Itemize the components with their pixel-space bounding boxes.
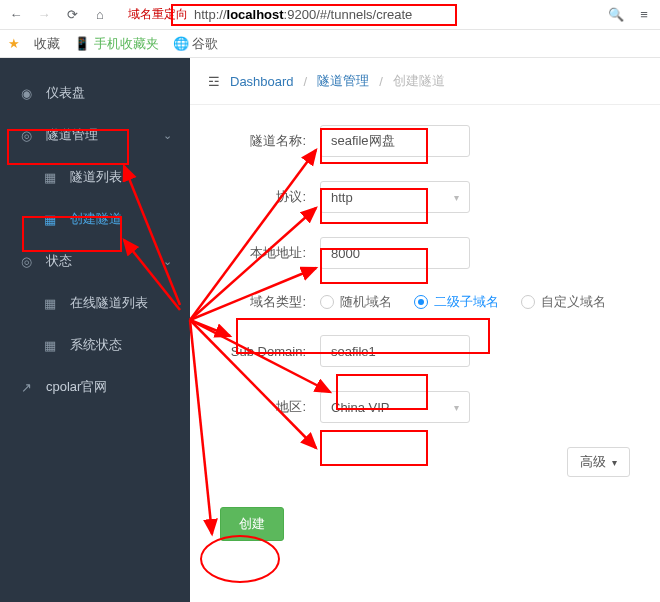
radio-custom-domain[interactable]: 自定义域名: [521, 293, 606, 311]
submit-button[interactable]: 创建: [220, 507, 284, 541]
sidebar-item-label: 状态: [46, 252, 72, 270]
dashboard-icon: ◉: [18, 86, 34, 101]
home-icon[interactable]: ⌂: [92, 7, 108, 23]
sidebar-item-sys-status[interactable]: ▦ 系统状态: [0, 324, 190, 366]
crumb-dashboard[interactable]: Dashboard: [230, 74, 294, 89]
sidebar-item-tunnel-mgmt[interactable]: ◎ 隧道管理 ⌄: [0, 114, 190, 156]
tunnel-name-input[interactable]: [320, 125, 470, 157]
chevron-down-icon: ⌄: [163, 129, 172, 142]
status-icon: ◎: [18, 254, 34, 269]
redirect-badge: 域名重定向: [128, 6, 188, 23]
bookmark-fav[interactable]: 收藏: [34, 35, 60, 53]
list-icon: ▦: [42, 338, 58, 353]
bookmark-mobile[interactable]: 📱 手机收藏夹: [74, 35, 159, 53]
chevron-down-icon: ▾: [454, 402, 459, 413]
sidebar-item-label: 仪表盘: [46, 84, 85, 102]
protocol-select[interactable]: http ▾: [320, 181, 470, 213]
back-icon[interactable]: ←: [8, 7, 24, 23]
region-select[interactable]: China VIP ▾: [320, 391, 470, 423]
sidebar-item-create-tunnel[interactable]: ▦ 创建隧道: [0, 198, 190, 240]
sub-domain-input[interactable]: [320, 335, 470, 367]
menu-icon[interactable]: ≡: [636, 7, 652, 23]
search-icon[interactable]: 🔍: [608, 7, 624, 23]
protocol-value: http: [331, 190, 353, 205]
chevron-down-icon: ⌄: [163, 255, 172, 268]
local-addr-input[interactable]: [320, 237, 470, 269]
list-icon: ▦: [42, 170, 58, 185]
tunnel-icon: ◎: [18, 128, 34, 143]
sidebar-item-status[interactable]: ◎ 状态 ⌄: [0, 240, 190, 282]
create-icon: ▦: [42, 212, 58, 227]
sidebar-item-label: 隧道管理: [46, 126, 98, 144]
external-link-icon: ↗: [18, 380, 34, 395]
chevron-down-icon: ▾: [454, 192, 459, 203]
forward-icon[interactable]: →: [36, 7, 52, 23]
address-bar[interactable]: 域名重定向 http://localhost:9200/#/tunnels/cr…: [120, 3, 596, 27]
url-text: http://localhost:9200/#/tunnels/create: [194, 7, 412, 22]
list-icon: ▦: [42, 296, 58, 311]
sidebar-item-label: 系统状态: [70, 336, 122, 354]
star-icon: ★: [8, 36, 20, 51]
bookmark-google[interactable]: 🌐 谷歌: [173, 35, 219, 53]
label-tunnel-name: 隧道名称:: [200, 132, 320, 150]
sidebar-item-online-list[interactable]: ▦ 在线隧道列表: [0, 282, 190, 324]
radio-second-domain[interactable]: 二级子域名: [414, 293, 499, 311]
crumb-sep: /: [379, 74, 383, 89]
breadcrumb: ☲ Dashboard / 隧道管理 / 创建隧道: [190, 58, 660, 105]
sidebar: ◉ 仪表盘 ◎ 隧道管理 ⌄ ▦ 隧道列表 ▦ 创建隧道 ◎ 状态 ⌄ ▦ 在线…: [0, 58, 190, 602]
region-value: China VIP: [331, 400, 390, 415]
sidebar-item-label: 在线隧道列表: [70, 294, 148, 312]
sidebar-item-tunnel-list[interactable]: ▦ 隧道列表: [0, 156, 190, 198]
crumb-sep: /: [304, 74, 308, 89]
label-domain-type: 域名类型:: [200, 293, 320, 311]
crumb-current: 创建隧道: [393, 72, 445, 90]
label-region: 地区:: [200, 398, 320, 416]
label-sub-domain: Sub Domain:: [200, 344, 320, 359]
advanced-button[interactable]: 高级▾: [567, 447, 630, 477]
main-content: ☲ Dashboard / 隧道管理 / 创建隧道 隧道名称: 协议: http…: [190, 58, 660, 602]
sidebar-item-label: 创建隧道: [70, 210, 122, 228]
reload-icon[interactable]: ⟳: [64, 7, 80, 23]
sidebar-item-label: cpolar官网: [46, 378, 107, 396]
sidebar-item-label: 隧道列表: [70, 168, 122, 186]
label-local-addr: 本地地址:: [200, 244, 320, 262]
sidebar-item-dashboard[interactable]: ◉ 仪表盘: [0, 72, 190, 114]
crumb-tunnel-mgmt[interactable]: 隧道管理: [317, 72, 369, 90]
sidebar-item-cpolar-site[interactable]: ↗ cpolar官网: [0, 366, 190, 408]
label-protocol: 协议:: [200, 188, 320, 206]
radio-random-domain[interactable]: 随机域名: [320, 293, 392, 311]
toggle-sidebar-icon[interactable]: ☲: [208, 74, 220, 89]
